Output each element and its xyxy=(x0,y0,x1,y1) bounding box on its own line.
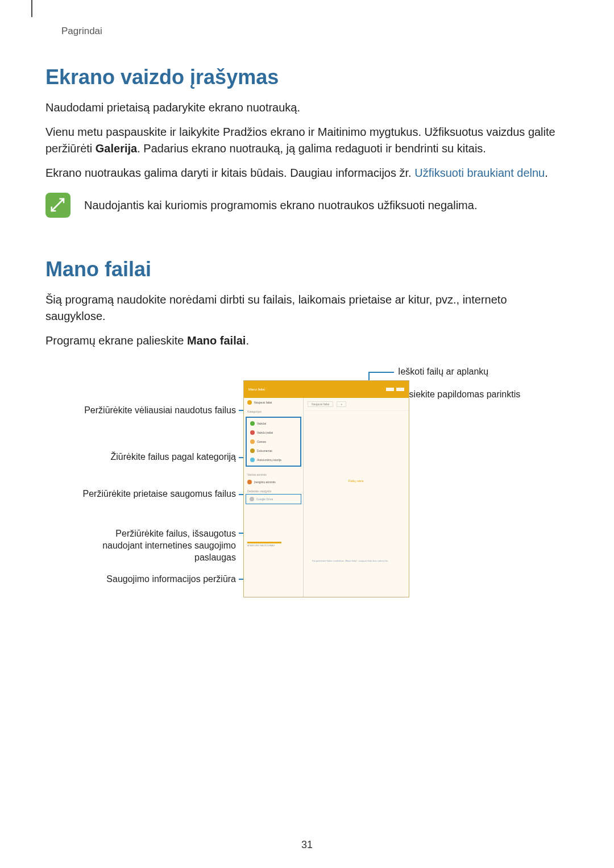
sidebar-section: Vietinė atmintis xyxy=(244,470,303,477)
text-bold-galerija: Galerija xyxy=(96,142,137,155)
text: . Padarius ekrano nuotrauką, ją galima r… xyxy=(137,142,486,155)
footer-hint: Kai pasieksite failus naudodami „Mano fa… xyxy=(308,559,404,563)
callout-by-category: Žiūrėkite failus pagal kategoriją xyxy=(77,451,236,463)
paragraph: Ekrano nuotraukas galima daryti ir kitai… xyxy=(45,165,569,181)
callout-more-options: Pasiekite papildomas parinktis xyxy=(398,389,520,401)
text: . xyxy=(545,167,548,179)
note-icon xyxy=(45,193,70,218)
sidebar-category-box: Vaizdai Vaizdo įrašai Garsas Dokumentai … xyxy=(246,417,301,467)
sidebar: Naujausi failai Kategorijos Vaizdai Vaiz… xyxy=(244,398,304,597)
callout-cloud-storage: Peržiūrėkite failus, išsaugotus naudojan… xyxy=(82,528,236,563)
tab-recent: Naujausi failai xyxy=(308,401,333,407)
note-block: Naudojantis kai kuriomis programomis ekr… xyxy=(45,193,569,218)
breadcrumb: Pagrindai xyxy=(61,26,569,37)
sidebar-section: Debesies saugykla xyxy=(244,487,303,494)
section-title-mano-failai: Mano failai xyxy=(45,258,569,281)
section-title-screen-capture: Ekrano vaizdo įrašymas xyxy=(45,65,569,89)
sidebar-cloud-item: Google Drive xyxy=(246,494,301,504)
note-text: Naudojantis kai kuriomis programomis ekr… xyxy=(84,199,477,212)
content-pane: Naujausi failai + Failų nėra xyxy=(303,398,409,597)
tab-add: + xyxy=(337,401,346,407)
page-number: 31 xyxy=(0,839,614,851)
callout-storage-info: Saugojimo informacijos peržiūra xyxy=(99,574,236,585)
leader-line xyxy=(368,372,394,373)
callout-device-storage: Peržiūrėkite prietaise saugomus failus xyxy=(77,488,236,500)
paragraph: Naudodami prietaisą padarykite ekrano nu… xyxy=(45,99,569,116)
callout-search: Ieškoti failų ar aplankų xyxy=(398,366,488,378)
app-header: Mano failai xyxy=(244,381,409,398)
paragraph: Programų ekrane palieskite Mano failai. xyxy=(45,333,569,349)
search-icon xyxy=(386,388,394,391)
app-title: Mano failai xyxy=(248,388,265,391)
page-content: Pagrindai Ekrano vaizdo įrašymas Naudoda… xyxy=(0,0,614,616)
storage-info-text: ATMINTIES NAUDOJIMAS xyxy=(244,543,303,547)
callout-recent-files: Peržiūrėkite vėliausiai naudotus failus xyxy=(77,405,236,417)
margin-rule xyxy=(31,0,32,17)
more-icon xyxy=(396,388,404,391)
text: . xyxy=(246,334,249,347)
text-bold-mano-failai: Mano failai xyxy=(187,334,246,347)
sidebar-device-storage: Įrenginio atmintis xyxy=(244,477,303,487)
text: Ekrano nuotraukas galima daryti ir kitai… xyxy=(45,167,414,179)
text: Programų ekrane palieskite xyxy=(45,334,187,347)
empty-message: Failų nėra xyxy=(303,479,409,483)
link-uzfiksuoti-braukiant-delnu[interactable]: Užfiksuoti braukiant delnu xyxy=(414,167,545,179)
paragraph: Šią programą naudokite norėdami dirbti s… xyxy=(45,292,569,325)
sidebar-recent: Naujausi failai xyxy=(244,398,303,407)
app-screenshot: Mano failai Naujausi failai Kategorijos … xyxy=(243,380,409,597)
paragraph: Vienu metu paspauskite ir laikykite Prad… xyxy=(45,124,569,157)
sidebar-section: Kategorijos xyxy=(244,407,303,414)
annotated-figure: Ieškoti failų ar aplankų Pasiekite papil… xyxy=(45,366,569,616)
